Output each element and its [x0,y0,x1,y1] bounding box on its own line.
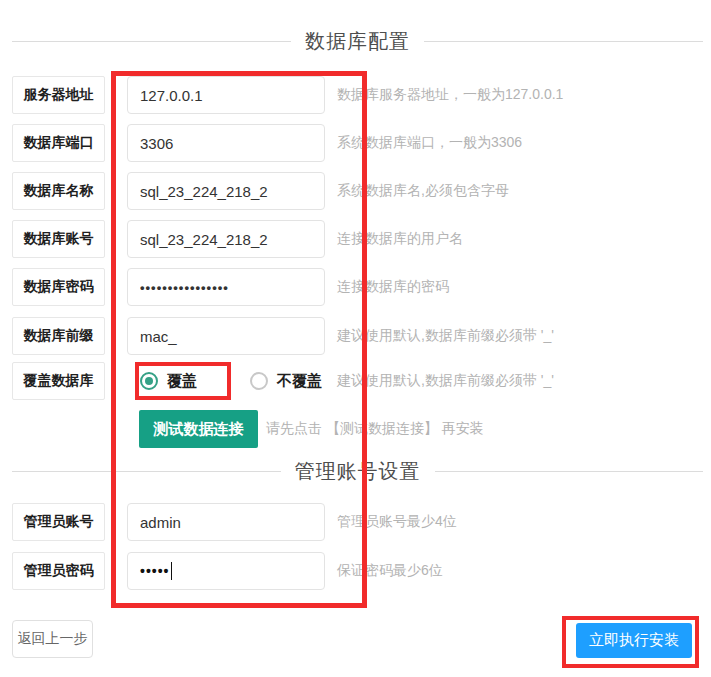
overwrite-label: 覆盖数据库 [12,362,105,400]
form-row-db-prefix: 数据库前缀 建议使用默认,数据库前缀必须带 '_' [0,317,711,355]
radio-selected-icon [140,372,158,390]
db-password-input[interactable] [127,268,325,306]
db-port-label: 数据库端口 [12,124,105,162]
server-address-label: 服务器地址 [12,76,105,114]
admin-password-label: 管理员密码 [12,552,105,590]
section-title-database: 数据库配置 [305,28,410,55]
overwrite-hint: 建议使用默认,数据库前缀必须带 '_' [337,362,554,400]
overwrite-radio-group: 覆盖 不覆盖 [140,362,322,400]
server-address-hint: 数据库服务器地址，一般为127.0.0.1 [337,76,563,114]
form-row-overwrite: 覆盖数据库 覆盖 不覆盖 建议使用默认,数据库前缀必须带 '_' [0,362,711,400]
server-address-input[interactable] [127,76,325,114]
db-prefix-label: 数据库前缀 [12,317,105,355]
back-button[interactable]: 返回上一步 [12,620,93,658]
install-wizard-page: 数据库配置 服务器地址 数据库服务器地址，一般为127.0.0.1 数据库端口 … [0,0,711,677]
db-port-hint: 系统数据库端口，一般为3306 [337,124,522,162]
form-row-test-connection: 测试数据连接 请先点击 【测试数据连接】 再安装 [0,410,711,448]
form-row-admin-password: 管理员密码 ••••• 保证密码最少6位 [0,552,711,590]
install-button[interactable]: 立即执行安装 [576,623,692,658]
divider-line [12,471,281,472]
admin-user-hint: 管理员账号最少4位 [337,503,457,541]
radio-overwrite-yes-label: 覆盖 [167,372,197,391]
divider-line [435,471,704,472]
form-row-db-password: 数据库密码 连接数据库的密码 [0,268,711,306]
admin-password-input[interactable]: ••••• [127,552,325,590]
admin-password-value: ••••• [140,563,170,579]
db-prefix-hint: 建议使用默认,数据库前缀必须带 '_' [337,317,554,355]
radio-overwrite-no[interactable]: 不覆盖 [250,372,322,391]
form-row-db-user: 数据库账号 连接数据库的用户名 [0,220,711,258]
form-row-server-address: 服务器地址 数据库服务器地址，一般为127.0.0.1 [0,76,711,114]
text-caret [171,562,172,580]
db-port-input[interactable] [127,124,325,162]
db-prefix-input[interactable] [127,317,325,355]
form-row-admin-user: 管理员账号 管理员账号最少4位 [0,503,711,541]
admin-user-label: 管理员账号 [12,503,105,541]
radio-unselected-icon [250,372,268,390]
radio-overwrite-yes[interactable]: 覆盖 [140,372,197,391]
section-title-admin: 管理账号设置 [295,458,421,485]
form-row-db-name: 数据库名称 系统数据库名,必须包含字母 [0,172,711,210]
admin-user-input[interactable] [127,503,325,541]
db-user-input[interactable] [127,220,325,258]
db-password-hint: 连接数据库的密码 [337,268,449,306]
db-user-label: 数据库账号 [12,220,105,258]
radio-overwrite-no-label: 不覆盖 [277,372,322,391]
form-row-db-port: 数据库端口 系统数据库端口，一般为3306 [0,124,711,162]
db-password-label: 数据库密码 [12,268,105,306]
test-connection-button[interactable]: 测试数据连接 [139,410,258,448]
test-connection-hint: 请先点击 【测试数据连接】 再安装 [266,410,484,448]
database-section-header: 数据库配置 [12,28,703,54]
divider-line [424,41,703,42]
db-name-hint: 系统数据库名,必须包含字母 [337,172,509,210]
db-name-label: 数据库名称 [12,172,105,210]
divider-line [12,41,291,42]
db-name-input[interactable] [127,172,325,210]
admin-section-header: 管理账号设置 [12,458,703,484]
db-user-hint: 连接数据库的用户名 [337,220,463,258]
admin-password-hint: 保证密码最少6位 [337,552,443,590]
